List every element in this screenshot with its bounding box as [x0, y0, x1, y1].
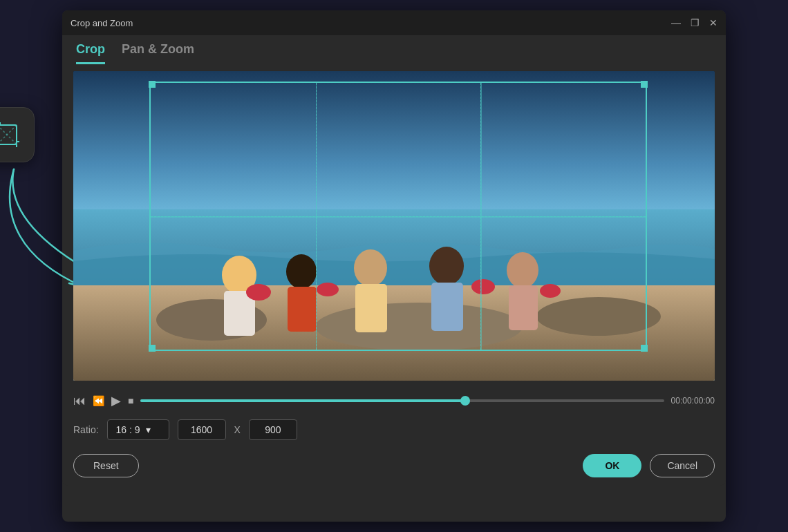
ratio-label: Ratio:: [73, 424, 99, 435]
window-title: Crop and Zoom: [71, 18, 133, 28]
confirm-buttons: OK Cancel: [583, 454, 715, 477]
crop-tool-icon-bubble: [0, 107, 35, 162]
reset-button[interactable]: Reset: [73, 454, 139, 477]
minimize-button[interactable]: —: [671, 18, 681, 28]
svg-line-5: [0, 125, 17, 144]
step-back-button[interactable]: ⏮: [73, 395, 86, 407]
window-controls: — ❐ ✕: [671, 18, 717, 28]
x-separator: X: [234, 424, 241, 435]
height-input[interactable]: [249, 419, 297, 440]
action-buttons: Reset OK Cancel: [62, 446, 726, 486]
video-background: [73, 71, 715, 381]
svg-point-17: [354, 249, 387, 287]
timeline-progress: [140, 399, 465, 402]
cancel-button[interactable]: Cancel: [650, 454, 715, 477]
svg-point-12: [536, 297, 661, 336]
crop-icon: [0, 120, 22, 150]
close-button[interactable]: ✕: [709, 18, 717, 28]
svg-point-19: [429, 247, 464, 285]
ratio-chevron: ▾: [146, 424, 151, 435]
content-area: [62, 64, 726, 388]
width-input[interactable]: [178, 419, 226, 440]
frame-back-button[interactable]: ⏪: [93, 396, 104, 406]
app-window: Crop and Zoom — ❐ ✕ Crop Pan & Zoom: [62, 10, 726, 522]
ok-button[interactable]: OK: [583, 454, 641, 477]
timeline-thumb[interactable]: [460, 396, 470, 406]
tab-pan-zoom[interactable]: Pan & Zoom: [122, 42, 194, 64]
svg-rect-18: [355, 284, 387, 332]
svg-point-21: [507, 252, 538, 288]
svg-rect-16: [288, 287, 317, 332]
svg-rect-20: [431, 283, 463, 331]
maximize-button[interactable]: ❐: [691, 18, 700, 28]
time-display: 00:00:00:00: [671, 396, 715, 406]
svg-point-25: [471, 279, 495, 294]
ratio-value: 16 : 9: [116, 424, 140, 435]
svg-rect-22: [509, 285, 538, 330]
ratio-select[interactable]: 16 : 9 ▾: [107, 419, 169, 440]
svg-rect-0: [0, 125, 17, 144]
playback-controls: ⏮ ⏪ ▶ ■ 00:00:00:00: [62, 388, 726, 414]
svg-point-11: [315, 303, 523, 351]
timeline-slider[interactable]: [140, 399, 664, 402]
svg-point-24: [317, 283, 339, 296]
svg-point-23: [246, 284, 271, 301]
titlebar: Crop and Zoom — ❐ ✕: [62, 10, 726, 35]
svg-point-26: [540, 284, 561, 298]
tab-bar: Crop Pan & Zoom: [62, 35, 726, 64]
tab-crop[interactable]: Crop: [76, 42, 105, 64]
video-preview: [73, 71, 715, 381]
ratio-controls: Ratio: 16 : 9 ▾ X: [62, 414, 726, 446]
svg-line-6: [0, 125, 17, 144]
stop-button[interactable]: ■: [128, 396, 133, 406]
svg-point-15: [286, 254, 317, 289]
play-button[interactable]: ▶: [111, 395, 121, 407]
